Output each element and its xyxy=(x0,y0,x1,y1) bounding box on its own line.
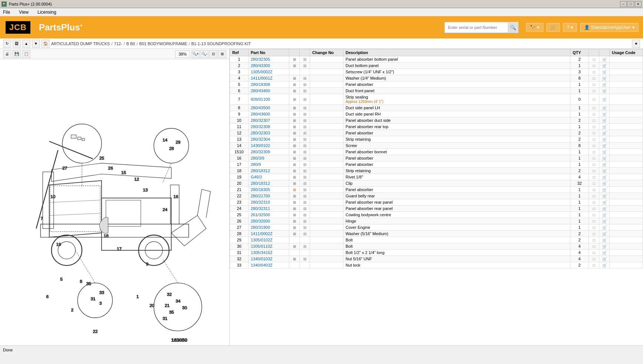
top-bar: JCB PartsPlus+ 🔍 🔭 ▾ 🛒 ? ▾ 👤 StandaloneA… xyxy=(0,16,643,39)
save-button[interactable]: 💾 xyxy=(13,50,21,58)
menu-file[interactable]: File xyxy=(1,9,11,16)
zoom-reset-button[interactable]: ⊡ xyxy=(209,50,217,58)
copy-button[interactable]: 📋 xyxy=(22,50,30,58)
cell-usage-code xyxy=(610,174,643,180)
svg-text:1: 1 xyxy=(136,294,139,299)
cell-icon4: 🛒 xyxy=(599,63,610,69)
home-button[interactable]: 🏠 xyxy=(41,40,50,48)
cell-description: Duct bottom panel xyxy=(343,63,570,69)
diagram-area[interactable]: 13 12 15 26 25 27 10 7 6 2 22 5 8 1 18 2… xyxy=(0,59,229,345)
svg-text:28: 28 xyxy=(169,146,174,151)
search-input[interactable] xyxy=(445,25,508,30)
cell-change-no xyxy=(310,88,343,94)
cell-part-no[interactable]: 280/32311 xyxy=(249,206,289,212)
cell-part-no[interactable]: 1340/0103Z xyxy=(249,256,289,262)
cell-part-no[interactable]: 280/43500 xyxy=(249,105,289,111)
cell-part-no[interactable]: 1305/3416Z xyxy=(249,250,289,256)
cell-part-no[interactable]: 280/32000 xyxy=(249,218,289,224)
cell-part-no[interactable]: 280/43300 xyxy=(249,63,289,69)
menu-licensing[interactable]: Licensing xyxy=(36,9,58,16)
cell-ref: 1510 xyxy=(230,149,249,155)
search-button[interactable]: 🔍 xyxy=(508,22,518,33)
up-button[interactable]: ▲ xyxy=(22,40,30,48)
cell-part-no[interactable]: 280/43600 xyxy=(249,111,289,117)
cell-change-no xyxy=(310,143,343,149)
col-description: Description xyxy=(343,49,570,56)
cart-button[interactable]: 🛒 xyxy=(546,23,560,32)
cell-usage-code xyxy=(610,124,643,130)
cell-part-no[interactable]: 1411/0001Z xyxy=(249,75,289,81)
cell-part-no[interactable]: 280/21700 xyxy=(249,193,289,199)
refresh-button[interactable]: ↻ xyxy=(3,40,11,48)
cell-qty: 1 xyxy=(570,149,589,155)
print-button[interactable]: 🖨 xyxy=(3,50,11,58)
cell-part-no[interactable]: 280/43400 xyxy=(249,88,289,94)
binoculars-button[interactable]: 🔭 ▾ xyxy=(526,23,543,32)
zoom-out-button[interactable]: 🔍- xyxy=(200,50,209,58)
cell-part-no[interactable]: 280/9 xyxy=(249,161,289,168)
cell-part-no[interactable]: 280/18312 xyxy=(249,168,289,174)
cell-part-no[interactable]: 1305/0110Z xyxy=(249,243,289,250)
cell-part-no[interactable]: 1305/0102Z xyxy=(249,237,289,243)
cell-ref: 17 xyxy=(230,161,249,168)
table-row: 23 280/32310 ⊞ ⊟ Panel absorber rear pan… xyxy=(230,199,643,206)
cell-part-no[interactable]: 280/32307 xyxy=(249,117,289,124)
user-menu[interactable]: 👤 StandaloneAppUser ▾ xyxy=(580,23,639,32)
maximize-button[interactable]: □ xyxy=(627,1,634,7)
cell-part-no[interactable]: 261/32500 xyxy=(249,212,289,218)
close-button[interactable]: ✕ xyxy=(635,1,642,7)
cell-change-no xyxy=(310,136,343,143)
help-button[interactable]: ? ▾ xyxy=(563,23,577,32)
app-icon: P xyxy=(1,1,7,7)
cell-icon3: □ xyxy=(589,224,599,231)
cell-ref: 19 xyxy=(230,174,249,180)
cell-qty: 0 xyxy=(570,94,589,105)
cell-part-no[interactable]: 280/32309 xyxy=(249,149,289,155)
cell-icon4: 🛒 xyxy=(599,111,610,117)
down-button[interactable]: ▼ xyxy=(32,40,40,48)
cell-usage-code xyxy=(610,143,643,149)
cell-part-no[interactable]: 1430/0102 xyxy=(249,143,289,149)
cell-part-no[interactable]: 280/32303 xyxy=(249,130,289,136)
minimize-button[interactable]: ─ xyxy=(620,1,627,7)
cell-description: Guard belly rear xyxy=(343,193,570,199)
favorite-button[interactable]: ★ xyxy=(632,40,640,48)
cell-part-no[interactable]: G46/3 xyxy=(249,174,289,180)
title-bar-buttons: ─ □ ✕ xyxy=(620,1,642,7)
cell-part-no[interactable]: 280/32305 xyxy=(249,56,289,63)
cell-part-no[interactable]: 280/32304 xyxy=(249,136,289,143)
svg-text:24: 24 xyxy=(163,207,168,212)
cell-part-no[interactable]: 280/3/9 xyxy=(249,155,289,161)
cell-icon1: ⊞ xyxy=(289,231,300,237)
cell-icon1: ⊞ xyxy=(289,187,300,193)
cell-icon4: 🛒 xyxy=(599,250,610,256)
cell-part-no[interactable]: 1340/0403Z xyxy=(249,262,289,268)
cell-part-no[interactable]: 926/01100 xyxy=(249,94,289,105)
image-button[interactable]: 🖼 xyxy=(13,40,21,48)
cell-part-no[interactable]: 1411/0002Z xyxy=(249,231,289,237)
cell-icon1: ⊞ xyxy=(289,256,300,262)
parts-table: Ref Part No Change No Description QTY Us… xyxy=(230,49,643,268)
cell-description: Panel absorber xyxy=(343,155,570,161)
top-toolbar-buttons: 🔭 ▾ 🛒 ? ▾ 👤 StandaloneAppUser ▾ xyxy=(526,23,639,32)
menu-view[interactable]: View xyxy=(17,9,30,16)
cell-part-no[interactable]: 280/31900 xyxy=(249,224,289,231)
cell-icon3: □ xyxy=(589,256,599,262)
cell-icon3: □ xyxy=(589,149,599,155)
cell-part-no[interactable]: 280/18312 xyxy=(249,180,289,187)
zoom-fit-button[interactable]: ⊞ xyxy=(218,50,226,58)
cell-part-no[interactable]: 280/32308 xyxy=(249,124,289,130)
cell-ref: 6 xyxy=(230,88,249,94)
zoom-in-button[interactable]: 🔍+ xyxy=(191,50,200,58)
cell-qty: 4 xyxy=(570,243,589,250)
cell-icon3: □ xyxy=(589,174,599,180)
cell-change-no xyxy=(310,69,343,75)
cell-part-no[interactable]: 280/32310 xyxy=(249,199,289,206)
cell-part-no[interactable]: 280/18305 xyxy=(249,187,289,193)
cell-change-no xyxy=(310,130,343,136)
cell-part-no[interactable]: 1305/0002Z xyxy=(249,69,289,75)
cell-icon1: ⊞ xyxy=(289,243,300,250)
cell-part-no[interactable]: 280/18308 xyxy=(249,81,289,88)
cell-icon1: ⊞ xyxy=(289,124,300,130)
table-row: 24 280/32311 ⊞ ⊟ Panel absorber rear pan… xyxy=(230,206,643,212)
